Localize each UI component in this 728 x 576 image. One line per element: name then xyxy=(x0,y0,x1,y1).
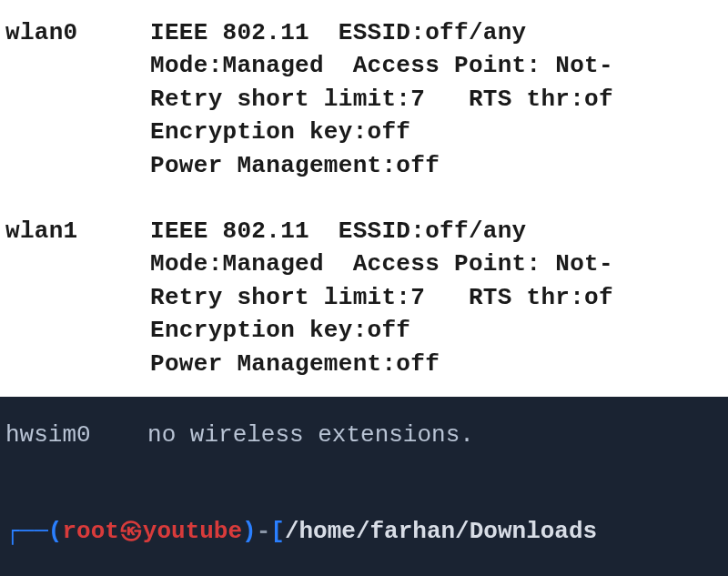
prompt-paren-open: ( xyxy=(48,518,63,545)
prompt-paren-close: ) xyxy=(242,518,257,545)
output-line: Encryption key:off xyxy=(5,116,723,148)
prompt-host: youtube xyxy=(143,518,242,545)
output-line: Retry short limit:7 RTS thr:of xyxy=(5,83,723,116)
hwsim-line: hwsim0 no wireless extensions. xyxy=(5,419,723,451)
output-line: wlan1 IEEE 802.11 ESSID:off/any xyxy=(5,215,723,248)
output-line: Power Management:off xyxy=(5,149,723,182)
output-line: Mode:Managed Access Point: Not- xyxy=(5,248,723,280)
prompt-path: /home/farhan/Downloads xyxy=(285,518,597,545)
prompt-dash: - xyxy=(257,518,271,545)
shell-prompt[interactable]: ┌──(root㉿youtube)-[/home/farhan/Download… xyxy=(5,515,723,548)
prompt-user: root xyxy=(62,518,118,545)
terminal-body[interactable]: hwsim0 no wireless extensions. ┌──(root㉿… xyxy=(0,397,728,549)
output-line: Mode:Managed Access Point: Not- xyxy=(5,49,723,82)
output-line: Retry short limit:7 RTS thr:of xyxy=(5,281,723,314)
wlan1-block: wlan1 IEEE 802.11 ESSID:off/any Mode:Man… xyxy=(5,215,723,380)
prompt-bracket-open: [ xyxy=(270,518,285,545)
skull-icon: ㉿ xyxy=(119,518,143,545)
output-line: Power Management:off xyxy=(5,348,723,380)
output-line: wlan0 IEEE 802.11 ESSID:off/any xyxy=(5,16,723,49)
prompt-box-char: ┌── xyxy=(5,518,48,545)
wlan0-block: wlan0 IEEE 802.11 ESSID:off/any Mode:Man… xyxy=(5,16,723,182)
output-line: Encryption key:off xyxy=(5,314,723,347)
iwconfig-output-highlight: wlan0 IEEE 802.11 ESSID:off/any Mode:Man… xyxy=(0,0,728,397)
